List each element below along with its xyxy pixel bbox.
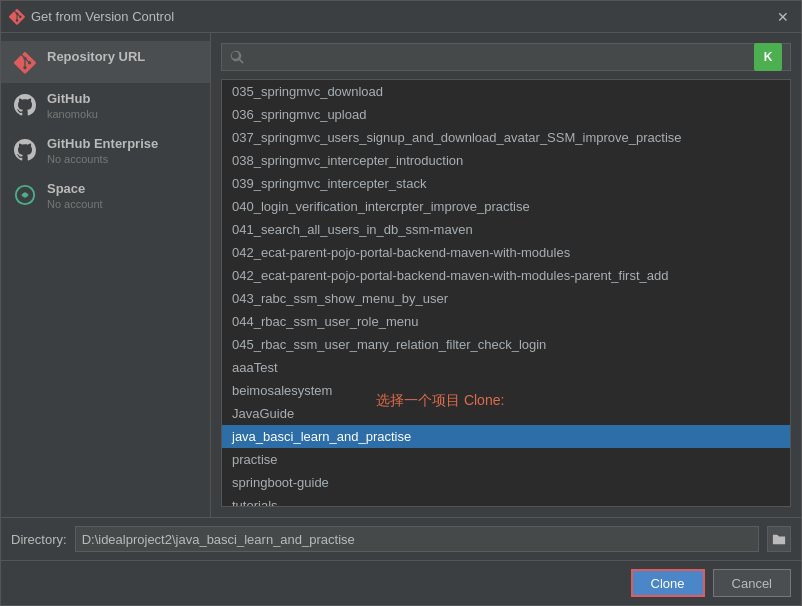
buttons-row: Clone Cancel <box>1 560 801 605</box>
list-item[interactable]: 041_search_all_users_in_db_ssm-maven <box>222 218 790 241</box>
list-item[interactable]: 042_ecat-parent-pojo-portal-backend-mave… <box>222 264 790 287</box>
search-input[interactable] <box>250 50 748 65</box>
git-icon <box>13 51 37 75</box>
sidebar-label-group-github: GitHub kanomoku <box>47 91 98 120</box>
list-item[interactable]: 038_springmvc_intercepter_introduction <box>222 149 790 172</box>
git-title-icon <box>9 9 25 25</box>
annotation-text: 选择一个项目 Clone: <box>376 392 504 410</box>
sidebar-item-repository-url[interactable]: Repository URL <box>1 41 210 83</box>
close-button[interactable]: ✕ <box>773 7 793 27</box>
sidebar-label-enterprise: GitHub Enterprise <box>47 136 158 151</box>
sidebar-label-group-enterprise: GitHub Enterprise No accounts <box>47 136 158 165</box>
list-item[interactable]: 044_rbac_ssm_user_role_menu <box>222 310 790 333</box>
sidebar-label-space: Space <box>47 181 103 196</box>
github-enterprise-icon <box>13 138 37 162</box>
cancel-button[interactable]: Cancel <box>713 569 791 597</box>
sidebar-sublabel-github: kanomoku <box>47 108 98 120</box>
list-item[interactable]: 035_springmvc_download <box>222 80 790 103</box>
sidebar-label-group-repo-url: Repository URL <box>47 49 145 64</box>
sidebar-label-github: GitHub <box>47 91 98 106</box>
list-item[interactable]: 039_springmvc_intercepter_stack <box>222 172 790 195</box>
title-bar: Get from Version Control ✕ <box>1 1 801 33</box>
bottom-bar: Directory: <box>1 517 801 560</box>
sidebar-item-github-enterprise[interactable]: GitHub Enterprise No accounts <box>1 128 210 173</box>
sidebar-item-github[interactable]: GitHub kanomoku <box>1 83 210 128</box>
list-item[interactable]: 042_ecat-parent-pojo-portal-backend-mave… <box>222 241 790 264</box>
content-area: Repository URL GitHub kanomoku <box>1 33 801 517</box>
dialog: Get from Version Control ✕ Repository UR… <box>0 0 802 606</box>
avatar: K <box>754 43 782 71</box>
list-item[interactable]: tutorials <box>222 494 790 507</box>
list-item[interactable]: 036_springmvc_upload <box>222 103 790 126</box>
sidebar: Repository URL GitHub kanomoku <box>1 33 211 517</box>
sidebar-label-group-space: Space No account <box>47 181 103 210</box>
list-item[interactable]: 045_rbac_ssm_user_many_relation_filter_c… <box>222 333 790 356</box>
list-item[interactable]: 037_springmvc_users_signup_and_download_… <box>222 126 790 149</box>
directory-label: Directory: <box>11 532 67 547</box>
sidebar-label-repo-url: Repository URL <box>47 49 145 64</box>
list-item[interactable]: beimosalesystem <box>222 379 790 402</box>
browse-button[interactable] <box>767 526 791 552</box>
sidebar-sublabel-space: No account <box>47 198 103 210</box>
main-panel: K 035_springmvc_download036_springmvc_up… <box>211 33 801 517</box>
repo-list[interactable]: 035_springmvc_download036_springmvc_uplo… <box>221 79 791 507</box>
clone-button[interactable]: Clone <box>631 569 705 597</box>
dialog-title: Get from Version Control <box>31 9 773 24</box>
list-item[interactable]: java_basci_learn_and_practise <box>222 425 790 448</box>
list-item[interactable]: 043_rabc_ssm_show_menu_by_user <box>222 287 790 310</box>
sidebar-sublabel-enterprise: No accounts <box>47 153 158 165</box>
space-icon <box>13 183 37 207</box>
list-item[interactable]: 040_login_verification_intercrpter_impro… <box>222 195 790 218</box>
list-item[interactable]: aaaTest <box>222 356 790 379</box>
search-bar: K <box>221 43 791 71</box>
directory-input[interactable] <box>75 526 759 552</box>
list-item[interactable]: JavaGuide <box>222 402 790 425</box>
list-item[interactable]: practise <box>222 448 790 471</box>
search-icon <box>230 50 244 64</box>
list-item[interactable]: springboot-guide <box>222 471 790 494</box>
github-icon <box>13 93 37 117</box>
sidebar-item-space[interactable]: Space No account <box>1 173 210 218</box>
